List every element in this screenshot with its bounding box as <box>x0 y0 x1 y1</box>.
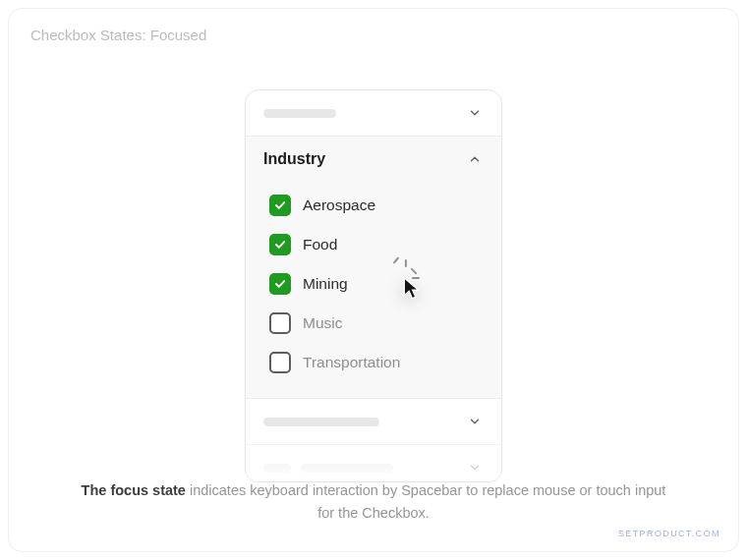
options-list: Aerospace Food Mining Music <box>246 182 501 398</box>
page-title: Checkbox States: Focused <box>30 27 717 43</box>
chevron-up-icon <box>466 150 484 168</box>
checkbox-unchecked[interactable] <box>269 312 291 334</box>
option-mining[interactable]: Mining <box>263 264 484 304</box>
watermark: SETPRODUCT.COM <box>618 529 720 538</box>
option-label: Mining <box>303 275 348 293</box>
option-aerospace[interactable]: Aerospace <box>263 186 484 225</box>
option-label: Transportation <box>303 354 400 371</box>
option-label: Aerospace <box>303 196 375 214</box>
checkbox-unchecked[interactable] <box>269 352 291 373</box>
accordion-section-collapsed-top[interactable] <box>246 90 501 137</box>
option-label: Music <box>303 314 342 332</box>
example-card: Checkbox States: Focused Industry <box>8 8 739 552</box>
option-label: Food <box>303 236 337 253</box>
chevron-down-icon <box>466 104 484 122</box>
placeholder-skeleton <box>263 109 336 118</box>
option-music[interactable]: Music <box>263 304 484 343</box>
checkbox-focused[interactable] <box>269 273 291 295</box>
option-food[interactable]: Food <box>263 225 484 264</box>
chevron-down-icon <box>466 413 484 430</box>
accordion-section-collapsed-bottom[interactable] <box>246 445 501 482</box>
placeholder-skeleton <box>263 464 393 473</box>
caption-text: The focus state indicates keyboard inter… <box>79 479 668 524</box>
caption-rest: indicates keyboard interaction by Spaceb… <box>186 482 665 520</box>
checkbox-checked[interactable] <box>269 234 291 255</box>
section-title: Industry <box>263 150 325 168</box>
accordion-panel: Industry Aerospace Food <box>245 89 502 482</box>
placeholder-skeleton <box>263 418 379 426</box>
accordion-header[interactable]: Industry <box>246 137 501 182</box>
accordion-section-collapsed-mid[interactable] <box>246 399 501 445</box>
option-transportation[interactable]: Transportation <box>263 343 484 382</box>
chevron-down-icon <box>466 459 484 476</box>
caption-bold: The focus state <box>82 482 186 498</box>
checkbox-checked[interactable] <box>269 195 291 216</box>
accordion-section-industry: Industry Aerospace Food <box>246 137 501 399</box>
